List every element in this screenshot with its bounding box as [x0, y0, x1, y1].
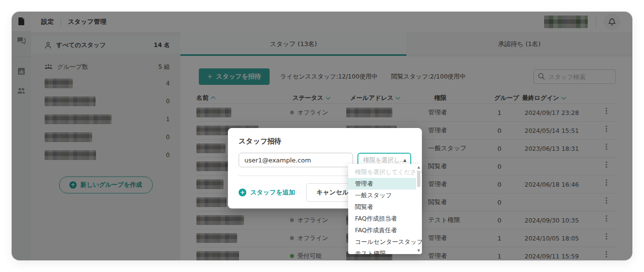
scroll-up-icon[interactable]: ▲	[418, 165, 420, 170]
scrollbar-thumb[interactable]	[417, 171, 420, 187]
dropdown-option[interactable]: コールセンタースタッフ	[348, 236, 416, 248]
dropdown-option[interactable]: 管理者	[348, 178, 416, 190]
add-staff-label: スタッフを追加	[250, 188, 295, 197]
permission-dropdown: 権限を選択してください 管理者 一般スタッフ 閲覧者 FAQ作成担当者 FAQ作…	[348, 164, 422, 254]
dropdown-option[interactable]: 一般スタッフ	[348, 190, 416, 201]
caret-up-icon: ▲	[403, 158, 406, 162]
scroll-down-icon[interactable]: ▼	[418, 248, 420, 253]
dropdown-option[interactable]: テスト権限	[348, 248, 416, 254]
plus-circle-icon	[239, 189, 246, 196]
dropdown-option[interactable]: FAQ作成責任者	[348, 224, 416, 236]
dropdown-option[interactable]: FAQ作成担当者	[348, 213, 416, 224]
dropdown-option-placeholder: 権限を選択してください	[348, 166, 416, 178]
add-staff-row-button[interactable]: スタッフを追加	[239, 188, 295, 197]
dropdown-scrollbar[interactable]: ▲ ▼	[416, 165, 421, 253]
invite-email-input[interactable]	[239, 153, 353, 167]
permission-select-value: 権限を選択し…	[363, 156, 403, 164]
modal-title: スタッフ招待	[239, 137, 411, 146]
dropdown-option[interactable]: 閲覧者	[348, 201, 416, 213]
